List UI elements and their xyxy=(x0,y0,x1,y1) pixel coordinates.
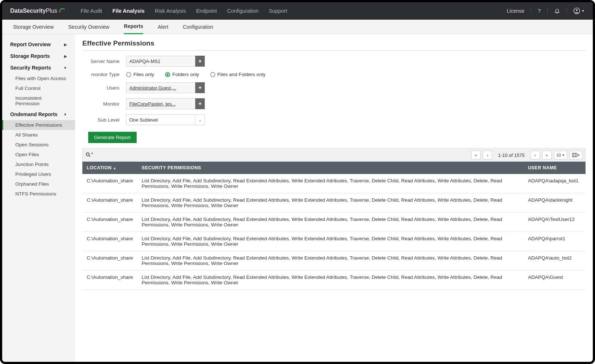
divider xyxy=(82,50,586,51)
secnav-tab[interactable]: Storage Overview xyxy=(13,20,54,34)
chevron-icon: ▶ xyxy=(64,43,67,47)
label-server: Server Name xyxy=(82,59,126,64)
sidebar-item[interactable]: Full Control xyxy=(2,83,75,93)
topnav-tab[interactable]: Risk Analysis xyxy=(155,8,186,14)
radio-icon xyxy=(210,72,215,77)
table-row[interactable]: C:\Automation_shareList Directory, Add F… xyxy=(82,232,586,251)
row-monitor-type: monitor Type Files onlyFolders onlyFiles… xyxy=(82,72,586,77)
sidebar-item[interactable]: Open Sessions xyxy=(2,140,75,150)
pager: « ‹ 1-10 of 1575 › » 10 ▼ ⚙ xyxy=(471,151,582,159)
col-username[interactable]: USER NAME xyxy=(524,162,586,174)
cell-username: ADAPQA\parrot1 xyxy=(524,232,586,251)
cell-username: ADAPQA\auto_bot2 xyxy=(524,251,586,270)
bell-icon[interactable] xyxy=(554,8,560,14)
sidebar-item[interactable]: Junction Points xyxy=(2,159,75,169)
radio-option[interactable]: Files only xyxy=(126,72,154,77)
columns-settings-icon[interactable]: ⚙ xyxy=(569,151,582,159)
pager-first[interactable]: « xyxy=(471,151,481,159)
results-table: LOCATION▲ SECURITY PERMISSIONS USER NAME… xyxy=(82,162,586,290)
radio-option[interactable]: Files and Folders only xyxy=(210,72,266,77)
chevron-down-icon[interactable]: ⌄ xyxy=(195,115,204,125)
cell-permissions: List Directory, Add File, Add Subdirecto… xyxy=(137,213,524,232)
sublevel-select[interactable]: One Sublevel ⌄ xyxy=(126,114,205,125)
user-menu[interactable]: ▼ xyxy=(574,8,585,14)
topnav-tab[interactable]: Endpoint xyxy=(196,8,217,14)
cell-permissions: List Directory, Add File, Add Subdirecto… xyxy=(137,270,524,290)
pager-last[interactable]: » xyxy=(542,151,552,159)
table-row[interactable]: C:\Automation_shareList Directory, Add F… xyxy=(82,213,586,232)
sort-asc-icon: ▲ xyxy=(113,166,116,170)
help-icon[interactable]: ? xyxy=(538,8,541,14)
secondary-nav: Storage OverviewSecurity OverviewReports… xyxy=(2,20,593,34)
sidebar-item[interactable]: Privileged Users xyxy=(2,169,75,179)
topnav-tab[interactable]: File Analysis xyxy=(113,8,145,14)
sidebar-item[interactable]: Orphaned Files xyxy=(2,179,75,189)
monitor-input[interactable]: FileCopyPasteri, tes... xyxy=(126,98,195,109)
users-input[interactable]: Administrator,Guest,... xyxy=(126,82,195,93)
sidebar-item[interactable]: Open Files xyxy=(2,150,75,159)
table-row[interactable]: C:\Automation_shareList Directory, Add F… xyxy=(82,251,586,270)
add-users-button[interactable]: + xyxy=(195,82,205,93)
col-location[interactable]: LOCATION▲ xyxy=(82,162,137,174)
topnav-right: License ? ▼ xyxy=(507,8,585,14)
sidebar-group[interactable]: Storage Reports▶ xyxy=(2,50,75,62)
pager-prev[interactable]: ‹ xyxy=(483,151,492,159)
cell-username: ADAPQA\darkknight xyxy=(524,193,586,213)
cell-permissions: List Directory, Add File, Add Subdirecto… xyxy=(137,193,524,213)
sidebar-item[interactable]: NTFS Permissions xyxy=(2,189,75,199)
table-row[interactable]: C:\Automation_shareList Directory, Add F… xyxy=(82,174,586,193)
sidebar: Report Overview▶Storage Reports▶Security… xyxy=(2,34,75,362)
search-icon[interactable]: ▾ xyxy=(86,153,91,158)
brand-part1: DataSecurity xyxy=(10,8,46,14)
add-server-button[interactable]: + xyxy=(195,56,205,67)
separator xyxy=(531,8,531,14)
page-title: Effective Permissions xyxy=(82,39,586,47)
pagesize-select[interactable]: 10 ▼ xyxy=(554,151,567,159)
topnav-tab[interactable]: File Audit xyxy=(81,8,102,14)
server-name-input[interactable] xyxy=(126,56,195,67)
col-permissions[interactable]: SECURITY PERMISSIONS xyxy=(137,162,524,174)
license-link[interactable]: License xyxy=(507,8,524,14)
sidebar-item[interactable]: All Shares xyxy=(2,130,75,140)
sidebar-group[interactable]: Security Reports▼ xyxy=(2,62,75,74)
top-nav: DataSecurity Plus File AuditFile Analysi… xyxy=(2,2,593,20)
radio-icon xyxy=(126,72,131,77)
brand-swirl-icon xyxy=(59,7,66,15)
sidebar-group[interactable]: Ondemand Reports▼ xyxy=(2,108,75,120)
chevron-icon: ▼ xyxy=(63,112,67,116)
topnav-tab[interactable]: Support xyxy=(269,8,287,14)
separator xyxy=(547,8,548,14)
sidebar-group[interactable]: Report Overview▶ xyxy=(2,39,75,50)
sidebar-item[interactable]: Effective Permissions xyxy=(2,120,75,130)
row-users: Users Administrator,Guest,... + xyxy=(82,82,586,93)
cell-username: ADAPQA\adapqa_bot1 xyxy=(524,174,586,193)
row-monitor: Monitor FileCopyPasteri, tes... + xyxy=(82,98,586,109)
cell-username: ADAPQA\Guest xyxy=(524,270,586,290)
table-row[interactable]: C:\Automation_shareList Directory, Add F… xyxy=(82,270,586,290)
secnav-tab[interactable]: Reports xyxy=(124,20,143,34)
cell-location: C:\Automation_share xyxy=(82,174,137,193)
secnav-tab[interactable]: Security Overview xyxy=(68,20,109,34)
monitor-type-radios: Files onlyFolders onlyFiles and Folders … xyxy=(126,72,266,77)
sidebar-item[interactable]: Files with Open Access xyxy=(2,74,75,83)
row-server: Server Name + xyxy=(82,56,586,67)
table-row[interactable]: C:\Automation_shareList Directory, Add F… xyxy=(82,193,586,213)
secnav-tab[interactable]: Configuration xyxy=(183,20,213,34)
topnav-tab[interactable]: Configuration xyxy=(227,8,258,14)
cell-location: C:\Automation_share xyxy=(82,193,137,213)
table-toolbar: ▾ « ‹ 1-10 of 1575 › » 10 ▼ ⚙ xyxy=(82,148,586,162)
results-table-wrap: ▾ « ‹ 1-10 of 1575 › » 10 ▼ ⚙ xyxy=(82,148,586,290)
sidebar-item[interactable]: Inconsistent Permission xyxy=(2,93,75,108)
cell-permissions: List Directory, Add File, Add Subdirecto… xyxy=(137,251,524,270)
brand-part2: Plus xyxy=(46,8,57,14)
pager-next[interactable]: › xyxy=(531,151,540,159)
cell-location: C:\Automation_share xyxy=(82,270,137,290)
row-sublevel: Sub Level One Sublevel ⌄ xyxy=(82,114,586,125)
generate-report-button[interactable]: Generate Report xyxy=(88,132,137,143)
chevron-icon: ▶ xyxy=(64,54,67,58)
secnav-tab[interactable]: Alert xyxy=(158,20,168,34)
radio-option[interactable]: Folders only xyxy=(165,72,199,77)
cell-permissions: List Directory, Add File, Add Subdirecto… xyxy=(137,174,524,193)
add-monitor-button[interactable]: + xyxy=(195,98,205,109)
cell-location: C:\Automation_share xyxy=(82,213,137,232)
